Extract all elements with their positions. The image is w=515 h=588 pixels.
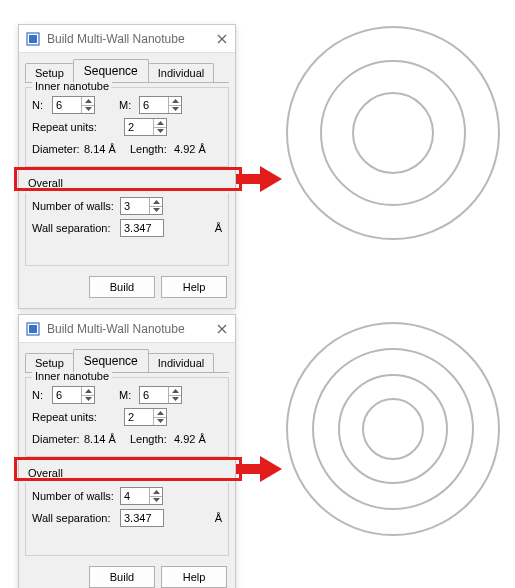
num-walls-stepper[interactable]: 3	[120, 197, 163, 215]
num-walls-stepper[interactable]: 4	[120, 487, 163, 505]
m-stepper[interactable]: 6	[139, 96, 182, 114]
n-label: N:	[32, 389, 48, 401]
svg-point-9	[339, 375, 447, 483]
svg-rect-1	[29, 35, 37, 43]
diameter-label: Diameter:	[32, 433, 80, 445]
chevron-up-icon[interactable]	[81, 97, 94, 106]
dialog-top: Build Multi-Wall Nanotube Setup Sequence…	[18, 24, 236, 309]
chevron-up-icon[interactable]	[149, 488, 162, 497]
arrow-icon	[236, 162, 282, 196]
svg-point-4	[353, 93, 433, 173]
n-label: N:	[32, 99, 48, 111]
dialog-title: Build Multi-Wall Nanotube	[47, 32, 215, 46]
num-walls-value[interactable]: 3	[121, 198, 149, 214]
overall-group: Number of walls: 4 Wall separation: 3.34…	[25, 483, 229, 556]
overall-legend: Overall	[25, 467, 66, 479]
chevron-up-icon[interactable]	[81, 387, 94, 396]
button-row: Build Help	[19, 266, 235, 308]
chevron-down-icon[interactable]	[168, 106, 181, 114]
rings-preview-bottom	[282, 318, 504, 540]
m-value[interactable]: 6	[140, 97, 168, 113]
length-value: 4.92 Å	[174, 143, 206, 155]
length-value: 4.92 Å	[174, 433, 206, 445]
button-row: Build Help	[19, 556, 235, 588]
n-stepper[interactable]: 6	[52, 96, 95, 114]
chevron-down-icon[interactable]	[149, 207, 162, 215]
chevron-down-icon[interactable]	[168, 396, 181, 404]
help-button[interactable]: Help	[161, 566, 227, 588]
num-walls-value[interactable]: 4	[121, 488, 149, 504]
diameter-value: 8.14 Å	[84, 433, 126, 445]
app-icon	[25, 321, 41, 337]
length-label: Length:	[130, 143, 170, 155]
repeat-stepper[interactable]: 2	[124, 408, 167, 426]
sep-input[interactable]: 3.347	[120, 509, 164, 527]
build-button[interactable]: Build	[89, 566, 155, 588]
sep-input[interactable]: 3.347	[120, 219, 164, 237]
chevron-down-icon[interactable]	[149, 497, 162, 505]
sep-label: Wall separation:	[32, 512, 116, 524]
svg-point-7	[287, 323, 499, 535]
chevron-down-icon[interactable]	[81, 106, 94, 114]
help-button[interactable]: Help	[161, 276, 227, 298]
n-value[interactable]: 6	[53, 97, 81, 113]
svg-rect-6	[29, 325, 37, 333]
diameter-label: Diameter:	[32, 143, 80, 155]
repeat-label: Repeat units:	[32, 121, 102, 133]
m-stepper[interactable]: 6	[139, 386, 182, 404]
dialog-bottom: Build Multi-Wall Nanotube Setup Sequence…	[18, 314, 236, 588]
rings-preview-top	[282, 22, 504, 244]
repeat-stepper[interactable]: 2	[124, 118, 167, 136]
svg-point-8	[313, 349, 473, 509]
sep-value[interactable]: 3.347	[121, 510, 163, 526]
chevron-up-icon[interactable]	[153, 409, 166, 418]
sep-unit: Å	[215, 222, 222, 234]
repeat-value[interactable]: 2	[125, 409, 153, 425]
diameter-value: 8.14 Å	[84, 143, 126, 155]
n-value[interactable]: 6	[53, 387, 81, 403]
n-stepper[interactable]: 6	[52, 386, 95, 404]
svg-point-10	[363, 399, 423, 459]
chevron-up-icon[interactable]	[153, 119, 166, 128]
overall-legend: Overall	[25, 177, 66, 189]
chevron-up-icon[interactable]	[168, 97, 181, 106]
repeat-label: Repeat units:	[32, 411, 102, 423]
inner-nanotube-group: Inner nanotube N: 6 M: 6 Repeat units: 2	[25, 377, 229, 457]
overall-group: Number of walls: 3 Wall separation: 3.34…	[25, 193, 229, 266]
tab-individual[interactable]: Individual	[148, 353, 214, 372]
chevron-down-icon[interactable]	[81, 396, 94, 404]
num-walls-label: Number of walls:	[32, 490, 116, 502]
tab-strip: Setup Sequence Individual	[19, 53, 235, 82]
titlebar[interactable]: Build Multi-Wall Nanotube	[19, 315, 235, 343]
sep-unit: Å	[215, 512, 222, 524]
m-value[interactable]: 6	[140, 387, 168, 403]
chevron-up-icon[interactable]	[168, 387, 181, 396]
inner-nanotube-group: Inner nanotube N: 6 M: 6 Repeat units: 2	[25, 87, 229, 167]
build-button[interactable]: Build	[89, 276, 155, 298]
svg-point-3	[321, 61, 465, 205]
chevron-up-icon[interactable]	[149, 198, 162, 207]
m-label: M:	[119, 99, 135, 111]
chevron-down-icon[interactable]	[153, 128, 166, 136]
m-label: M:	[119, 389, 135, 401]
length-label: Length:	[130, 433, 170, 445]
dialog-title: Build Multi-Wall Nanotube	[47, 322, 215, 336]
titlebar[interactable]: Build Multi-Wall Nanotube	[19, 25, 235, 53]
tab-individual[interactable]: Individual	[148, 63, 214, 82]
sep-value[interactable]: 3.347	[121, 220, 163, 236]
tab-strip: Setup Sequence Individual	[19, 343, 235, 372]
chevron-down-icon[interactable]	[153, 418, 166, 426]
tab-sequence[interactable]: Sequence	[73, 59, 149, 82]
arrow-icon	[236, 452, 282, 486]
svg-point-2	[287, 27, 499, 239]
close-icon[interactable]	[215, 32, 229, 46]
tab-sequence[interactable]: Sequence	[73, 349, 149, 372]
repeat-value[interactable]: 2	[125, 119, 153, 135]
app-icon	[25, 31, 41, 47]
close-icon[interactable]	[215, 322, 229, 336]
num-walls-label: Number of walls:	[32, 200, 116, 212]
sep-label: Wall separation:	[32, 222, 116, 234]
